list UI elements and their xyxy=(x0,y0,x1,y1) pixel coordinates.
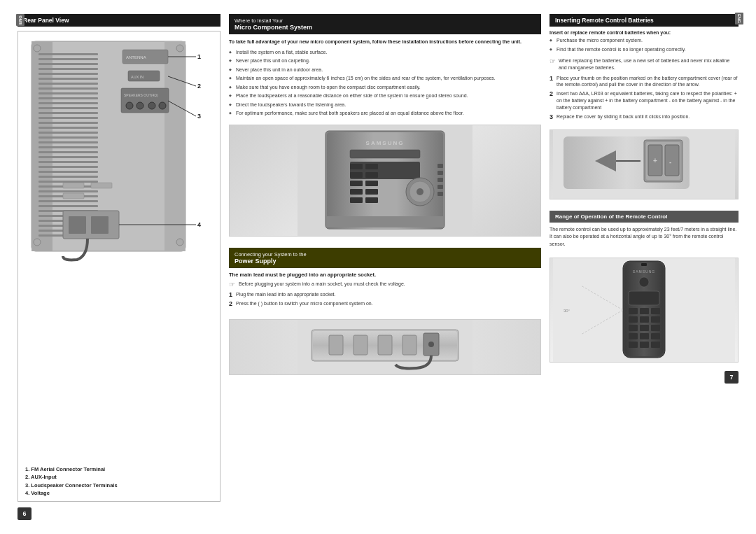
rear-panel-header: Rear Panel View xyxy=(18,14,220,27)
connecting-step-2: 2 Press the ( ) button to switch your mi… xyxy=(229,300,541,307)
svg-rect-98 xyxy=(354,335,368,355)
svg-rect-9 xyxy=(38,83,98,85)
svg-point-58 xyxy=(176,45,183,52)
svg-point-47 xyxy=(126,102,133,109)
svg-rect-125 xyxy=(629,325,638,331)
connecting-step-1: 1 Plug the main lead into an appropriate… xyxy=(229,291,541,298)
svg-rect-91 xyxy=(438,185,443,189)
right-column: ENG Inserting Remote Control Batteries I… xyxy=(550,14,738,520)
svg-rect-13 xyxy=(38,102,98,104)
svg-text:2: 2 xyxy=(197,83,201,90)
bullet-item: Make sure that you have enough room to o… xyxy=(229,84,541,92)
svg-point-102 xyxy=(428,342,434,347)
label-3: 3. Loudspeaker Connector Terminals xyxy=(25,482,213,489)
svg-rect-6 xyxy=(38,68,98,70)
page-num-left-container: 6 xyxy=(18,507,220,520)
svg-rect-68 xyxy=(63,193,84,199)
svg-rect-26 xyxy=(38,166,98,168)
samsung-device-svg: SAMSUNG xyxy=(230,125,540,236)
svg-rect-67 xyxy=(91,183,112,188)
svg-rect-79 xyxy=(365,164,378,169)
svg-point-49 xyxy=(148,102,155,109)
bullet-item: For optimum performance, make sure that … xyxy=(229,110,541,118)
svg-rect-133 xyxy=(651,342,660,348)
svg-rect-3 xyxy=(38,53,98,55)
svg-rect-120 xyxy=(640,308,649,314)
bullet-item: Maintain an open space of approximately … xyxy=(229,75,541,83)
page-wrapper: ENG Rear Panel View xyxy=(0,0,756,534)
battery-step-1: 1 Place your thumb on the position marke… xyxy=(550,75,738,89)
panel-labels: 1. FM Aerial Connector Terminal 2. AUX-I… xyxy=(22,465,216,497)
svg-rect-63 xyxy=(91,216,108,234)
where-install-header: Where to Install Your Micro Component Sy… xyxy=(229,14,541,34)
battery-image: + - xyxy=(550,129,738,199)
svg-rect-27 xyxy=(38,171,98,173)
svg-rect-82 xyxy=(350,181,363,186)
rear-panel-svg: ANTENNA AUX IN SPEAKERS OUT(4Ω) xyxy=(22,36,216,274)
page-number-7: 7 xyxy=(724,371,738,384)
where-install-intro: To take full advantage of your new micro… xyxy=(229,38,541,45)
svg-text:+: + xyxy=(653,157,657,164)
bullet-item: Place the loudspeakers at a reasonable d… xyxy=(229,92,541,100)
connecting-note: ☞ Before plugging your system into a mai… xyxy=(229,281,541,288)
svg-rect-62 xyxy=(69,216,86,234)
note-icon: ☞ xyxy=(229,281,235,288)
svg-rect-123 xyxy=(640,316,649,323)
when-to-insert: Insert or replace remote control batteri… xyxy=(550,30,738,35)
label-1: 1. FM Aerial Connector Terminal xyxy=(25,465,213,473)
bullet-item: Direct the loudspeakers towards the list… xyxy=(229,101,541,109)
svg-text:4: 4 xyxy=(197,221,201,228)
svg-rect-23 xyxy=(38,151,98,153)
svg-text:-: - xyxy=(669,158,671,166)
insert-bullet: Find that the remote control is no longe… xyxy=(550,46,738,54)
connecting-note-text: Before plugging your system into a main … xyxy=(239,281,405,288)
svg-text:3: 3 xyxy=(197,113,201,120)
svg-rect-128 xyxy=(629,333,638,339)
svg-point-77 xyxy=(416,188,424,195)
svg-rect-129 xyxy=(640,333,649,339)
svg-rect-124 xyxy=(651,316,660,323)
svg-rect-126 xyxy=(640,325,649,331)
bullet-item: Never place this unit on carpeting. xyxy=(229,57,541,65)
svg-point-60 xyxy=(176,239,183,246)
svg-rect-14 xyxy=(38,107,98,109)
svg-rect-131 xyxy=(629,342,638,348)
svg-rect-24 xyxy=(38,156,98,158)
svg-rect-78 xyxy=(350,164,363,169)
main-content: ENG Rear Panel View xyxy=(0,0,756,534)
where-install-bullets: Install the system on a flat, stable sur… xyxy=(229,49,541,118)
svg-rect-28 xyxy=(38,176,98,178)
svg-rect-7 xyxy=(38,73,98,75)
svg-rect-5 xyxy=(38,63,98,65)
svg-rect-25 xyxy=(38,161,98,163)
svg-point-59 xyxy=(34,239,41,246)
svg-rect-86 xyxy=(350,197,363,203)
svg-text:SAMSUNG: SAMSUNG xyxy=(366,140,405,146)
battery-svg: + - xyxy=(550,129,738,199)
svg-rect-127 xyxy=(651,325,660,331)
inserting-header: Inserting Remote Control Batteries xyxy=(550,14,738,27)
svg-rect-34 xyxy=(38,205,98,207)
svg-rect-22 xyxy=(38,146,98,148)
svg-rect-29 xyxy=(38,181,98,183)
svg-rect-132 xyxy=(640,342,649,348)
label-4: 4. Voltage xyxy=(25,489,213,497)
battery-note-text: When replacing the batteries, use a new … xyxy=(559,57,738,71)
insert-bullet: Purchase the micro component system. xyxy=(550,37,738,45)
svg-rect-84 xyxy=(350,189,363,195)
svg-rect-108 xyxy=(665,145,679,176)
svg-point-57 xyxy=(34,45,41,52)
main-lead-text: The main lead must be plugged into an ap… xyxy=(229,272,541,278)
svg-rect-19 xyxy=(38,132,98,134)
svg-rect-10 xyxy=(38,87,98,90)
svg-point-50 xyxy=(159,102,166,109)
rear-panel-image: ANTENNA AUX IN SPEAKERS OUT(4Ω) xyxy=(22,36,216,460)
label-2: 2. AUX-Input xyxy=(25,473,213,481)
svg-rect-8 xyxy=(38,78,98,80)
svg-point-48 xyxy=(136,102,144,109)
page-number-6: 6 xyxy=(18,507,31,520)
svg-rect-90 xyxy=(438,178,443,182)
range-text: The remote control can be used up to app… xyxy=(550,226,738,248)
connecting-header: Connecting your System to the Power Supp… xyxy=(229,248,541,268)
eng-badge-right: ENG xyxy=(735,13,743,24)
